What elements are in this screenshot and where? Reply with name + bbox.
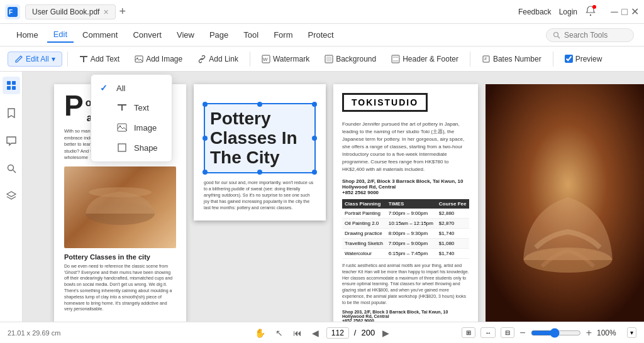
background-icon <box>325 55 333 63</box>
add-text-button[interactable]: Add Text <box>73 52 126 66</box>
edit-all-button[interactable]: Edit All ▾ <box>8 52 62 67</box>
sidebar-bookmark[interactable] <box>3 104 20 122</box>
dropdown-shape[interactable]: ✓ Shape <box>91 138 172 158</box>
studio-description: Founder Jennifer pursued the art of pott… <box>342 121 469 173</box>
sidebar-search[interactable] <box>3 160 20 177</box>
left-sidebar <box>0 72 23 322</box>
feedback-button[interactable]: Feedback <box>518 8 552 16</box>
svg-rect-21 <box>12 86 16 90</box>
dimensions-label: 21.01 x 29.69 cm <box>8 329 217 337</box>
main-area: ✓ All ✓ Text ✓ Image ✓ <box>0 72 644 322</box>
preview-checkbox[interactable] <box>565 55 573 63</box>
minimize-button[interactable]: ─ <box>610 8 619 16</box>
studio-bottom-desc: If rustic aesthetics and animal motifs a… <box>342 263 469 306</box>
table-row: Oil Painting 2.010:15am – 12:15pm$2,870 <box>342 219 469 229</box>
handle-mid-right[interactable] <box>312 136 317 141</box>
bates-number-button[interactable]: # Bates Number <box>475 52 548 66</box>
maximize-button[interactable]: □ <box>620 8 629 16</box>
add-image-button[interactable]: Add Image <box>128 52 189 66</box>
menu-form[interactable]: Form <box>267 28 299 42</box>
sidebar-page-thumbnails[interactable] <box>3 77 20 94</box>
login-button[interactable]: Login <box>559 8 577 16</box>
add-link-button[interactable]: Add Link <box>191 52 245 66</box>
selected-text: Pottery Classes In The City <box>210 109 309 167</box>
hand-tool[interactable]: ✋ <box>252 327 268 339</box>
page-center-desc: good for our soul and, more importantly,… <box>204 180 316 210</box>
handle-top-mid[interactable] <box>257 102 262 107</box>
next-page[interactable]: ▶ <box>380 327 392 339</box>
page-left-image <box>64 166 176 248</box>
menu-protect[interactable]: Protect <box>302 28 340 42</box>
page-separator: / <box>354 328 357 337</box>
document-tab[interactable]: User Guild Book.pdf × <box>25 4 116 19</box>
shape-type-icon <box>116 142 128 153</box>
handle-mid-left[interactable] <box>203 136 208 141</box>
svg-rect-19 <box>12 81 16 85</box>
svg-rect-28 <box>118 144 126 151</box>
empty-check-3: ✓ <box>100 143 110 153</box>
fit-width-button[interactable]: ↔ <box>480 327 496 338</box>
sidebar-comment[interactable] <box>3 132 20 150</box>
image-type-icon <box>116 122 128 133</box>
dropdown-all[interactable]: ✓ All <box>91 79 172 97</box>
dropdown-image[interactable]: ✓ Image <box>91 117 172 138</box>
search-input[interactable] <box>564 31 627 40</box>
close-button[interactable]: ✕ <box>630 8 639 16</box>
content-area: ✓ All ✓ Text ✓ Image ✓ <box>23 72 644 322</box>
menu-comment[interactable]: Comment <box>76 28 124 42</box>
text-selection-box[interactable]: Pottery Classes In The City <box>204 103 316 173</box>
sidebar-layers[interactable] <box>3 187 20 205</box>
handle-top-right[interactable] <box>312 102 317 107</box>
page-left-bottom: Pottery Classes in the city Do we even n… <box>64 253 176 312</box>
background-button[interactable]: Background <box>318 52 382 66</box>
right-image-panel <box>486 84 644 322</box>
svg-rect-20 <box>7 86 11 90</box>
menu-page[interactable]: Page <box>203 28 235 42</box>
svg-point-22 <box>8 165 13 171</box>
preview-button[interactable]: Preview <box>558 52 609 66</box>
table-row: Drawing practice8:00pm – 9:30pm$1,740 <box>342 229 469 239</box>
menu-tool[interactable]: Tool <box>237 28 265 42</box>
tab-close-button[interactable]: × <box>103 7 108 17</box>
menu-convert[interactable]: Convert <box>126 28 168 42</box>
text-type-icon <box>116 102 128 113</box>
toolbar-divider-2 <box>250 52 250 67</box>
select-tool[interactable]: ↖ <box>273 327 286 339</box>
dropdown-text[interactable]: ✓ Text <box>91 97 172 117</box>
grid-view-button[interactable]: ⊟ <box>501 327 514 338</box>
menu-home[interactable]: Home <box>10 28 45 42</box>
zoom-controls: ⊞ ↔ ⊟ − + 100% ▾ <box>427 327 636 339</box>
handle-bottom-right[interactable] <box>312 170 317 175</box>
zoom-dropdown-button[interactable]: ▾ <box>627 327 636 338</box>
page-center: Pottery Classes In The City good for our… <box>194 84 326 220</box>
dropdown-text-label: Text <box>134 103 149 112</box>
zoom-slider[interactable] <box>531 328 581 338</box>
handle-bottom-left[interactable] <box>203 170 208 175</box>
title-bar: F User Guild Book.pdf × + Feedback Login… <box>0 0 644 24</box>
zoom-out-button[interactable]: − <box>519 327 525 339</box>
zoom-in-button[interactable]: + <box>586 327 592 339</box>
title-bar-actions: Feedback Login ─ □ ✕ <box>518 5 639 18</box>
menu-view[interactable]: View <box>170 28 201 42</box>
app-icon: F <box>5 4 20 19</box>
dropdown-shape-label: Shape <box>134 143 158 153</box>
first-page[interactable]: ⏮ <box>291 327 304 339</box>
check-icon: ✓ <box>100 83 110 93</box>
fit-page-button[interactable]: ⊞ <box>462 327 475 338</box>
thumbnails-icon <box>6 80 17 91</box>
header-footer-button[interactable]: Header & Footer <box>385 52 465 66</box>
notification-button[interactable] <box>585 5 596 18</box>
watermark-button[interactable]: W Watermark <box>255 52 316 66</box>
prev-page[interactable]: ◀ <box>309 327 321 339</box>
handle-top-left[interactable] <box>203 102 208 107</box>
bookmark-icon <box>6 107 17 119</box>
current-page-input[interactable]: 112 <box>326 327 349 339</box>
edit-icon <box>14 55 23 63</box>
svg-point-30 <box>89 187 152 197</box>
search-box[interactable] <box>546 28 634 42</box>
svg-line-4 <box>558 36 560 38</box>
page-bottom-title: Pottery Classes in the city <box>64 253 176 261</box>
handle-bottom-mid[interactable] <box>257 170 262 175</box>
new-tab-button[interactable]: + <box>119 5 126 18</box>
menu-edit[interactable]: Edit <box>47 27 74 43</box>
